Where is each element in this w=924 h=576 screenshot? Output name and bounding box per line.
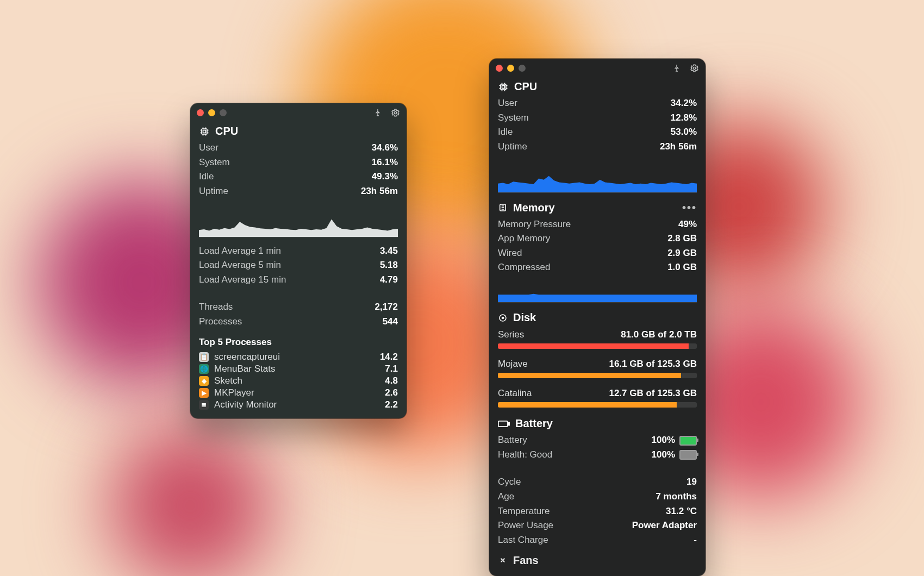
- stat-value: 19: [686, 475, 697, 489]
- chip-icon: [199, 126, 210, 137]
- svg-point-8: [502, 317, 504, 318]
- process-row[interactable]: 🌐MenuBar Stats7.1: [199, 363, 398, 375]
- disk-volume: Series81.0 GB of 2.0 TB: [489, 326, 706, 355]
- fan-icon: [498, 555, 508, 565]
- stat-label: Wired: [498, 247, 522, 260]
- process-row[interactable]: ◆Sketch4.8: [199, 375, 398, 387]
- memory-icon: [498, 203, 508, 212]
- process-row[interactable]: ▶MKPlayer2.6: [199, 387, 398, 399]
- stat-label: Compressed: [498, 261, 550, 274]
- process-value: 7.1: [385, 364, 398, 374]
- svg-rect-10: [508, 422, 509, 425]
- process-row[interactable]: ≣Activity Monitor2.2: [199, 399, 398, 411]
- stat-value: 544: [383, 315, 398, 329]
- process-value: 4.8: [385, 375, 398, 386]
- section-header-cpu: CPU: [190, 122, 407, 140]
- close-button[interactable]: [496, 65, 503, 72]
- stat-value: 49.3%: [372, 170, 398, 184]
- stat-label: Load Average 15 min: [199, 273, 286, 287]
- pin-icon[interactable]: [672, 63, 682, 73]
- stat-label: Uptime: [199, 185, 228, 198]
- stat-label: Battery: [498, 434, 527, 447]
- svg-point-3: [693, 67, 695, 69]
- more-icon[interactable]: •••: [682, 202, 697, 214]
- cpu-stats: User34.6% System16.1% Idle49.3% Uptime23…: [190, 140, 407, 202]
- stat-label: Load Average 5 min: [199, 259, 281, 272]
- stat-value: 3.45: [380, 245, 398, 258]
- process-row[interactable]: 📋screencaptureui14.2: [199, 351, 398, 363]
- cpu-panel[interactable]: CPU User34.6% System16.1% Idle49.3% Upti…: [190, 103, 407, 418]
- gear-icon[interactable]: [689, 63, 699, 73]
- process-name: screencaptureui: [214, 352, 280, 362]
- disk-bar: [498, 373, 697, 378]
- stat-value: 5.18: [380, 259, 398, 272]
- disk-usage: 81.0 GB of 2.0 TB: [621, 329, 697, 340]
- stat-label: Idle: [199, 170, 214, 184]
- process-value: 14.2: [380, 352, 398, 362]
- stats-panel[interactable]: CPU User34.2% System12.8% Idle53.0% Upti…: [489, 59, 706, 576]
- disk-bar: [498, 343, 697, 349]
- stat-value: 7 months: [655, 490, 697, 504]
- stat-label: Age: [498, 490, 514, 504]
- titlebar[interactable]: [489, 59, 706, 77]
- stat-value: 16.1%: [372, 156, 398, 170]
- stat-value: -: [694, 534, 697, 547]
- stat-label: Threads: [199, 300, 233, 314]
- stat-label: System: [498, 111, 529, 125]
- cpu-chart: [498, 161, 697, 193]
- minimize-button[interactable]: [208, 109, 215, 116]
- zoom-button[interactable]: [220, 109, 227, 116]
- process-value: 2.2: [385, 399, 398, 410]
- minimize-button[interactable]: [507, 65, 514, 72]
- svg-rect-4: [501, 84, 506, 90]
- stat-value: 1.0 GB: [667, 261, 697, 274]
- gear-icon[interactable]: [390, 108, 400, 117]
- disk-name: Catalina: [498, 388, 532, 399]
- section-header-memory: Memory •••: [489, 198, 706, 216]
- process-name: Sketch: [214, 375, 242, 386]
- wallpaper: [0, 0, 924, 576]
- titlebar[interactable]: [190, 103, 407, 122]
- section-title: CPU: [215, 125, 238, 137]
- process-name: MKPlayer: [214, 387, 254, 398]
- chip-icon: [498, 82, 509, 92]
- section-header-disk: Disk: [489, 308, 706, 326]
- app-icon: ▶: [199, 388, 209, 398]
- battery-level-icon: [679, 436, 697, 446]
- process-name: MenuBar Stats: [214, 364, 275, 374]
- app-icon: 📋: [199, 352, 209, 362]
- cpu-chart: [199, 205, 398, 237]
- stat-label: User: [199, 141, 218, 155]
- stat-value: 34.6%: [372, 141, 398, 155]
- disk-name: Series: [498, 329, 524, 340]
- pin-icon[interactable]: [373, 108, 383, 117]
- stat-value: 100%: [652, 448, 697, 462]
- stat-value: 53.0%: [671, 126, 697, 139]
- svg-rect-2: [203, 130, 206, 133]
- close-button[interactable]: [197, 109, 204, 116]
- battery-health-icon: [679, 450, 697, 460]
- stat-value: 4.79: [380, 273, 398, 287]
- process-name: Activity Monitor: [214, 399, 277, 410]
- stat-label: Processes: [199, 315, 242, 329]
- section-title: Battery: [515, 417, 553, 430]
- stat-label: System: [199, 156, 230, 170]
- stat-value: Power Adapter: [632, 519, 697, 533]
- memory-chart: [498, 281, 697, 303]
- stat-label: Uptime: [498, 140, 527, 154]
- section-header-fans: Fans: [489, 551, 706, 569]
- svg-rect-1: [202, 129, 207, 134]
- zoom-button[interactable]: [519, 65, 526, 72]
- stat-value: 12.8%: [671, 111, 697, 125]
- disk-volume: Catalina12.7 GB of 125.3 GB: [489, 385, 706, 414]
- section-title: Fans: [513, 554, 539, 567]
- svg-rect-5: [502, 85, 505, 88]
- stat-value: 2.8 GB: [667, 232, 697, 246]
- stat-value: 2.9 GB: [667, 247, 697, 260]
- app-icon: ≣: [199, 400, 209, 410]
- disk-usage: 16.1 GB of 125.3 GB: [609, 359, 697, 370]
- stat-value: 23h 56m: [660, 140, 697, 154]
- stat-label: Cycle: [498, 475, 521, 489]
- stat-label: Load Average 1 min: [199, 245, 281, 258]
- disk-volume: Mojave16.1 GB of 125.3 GB: [489, 355, 706, 385]
